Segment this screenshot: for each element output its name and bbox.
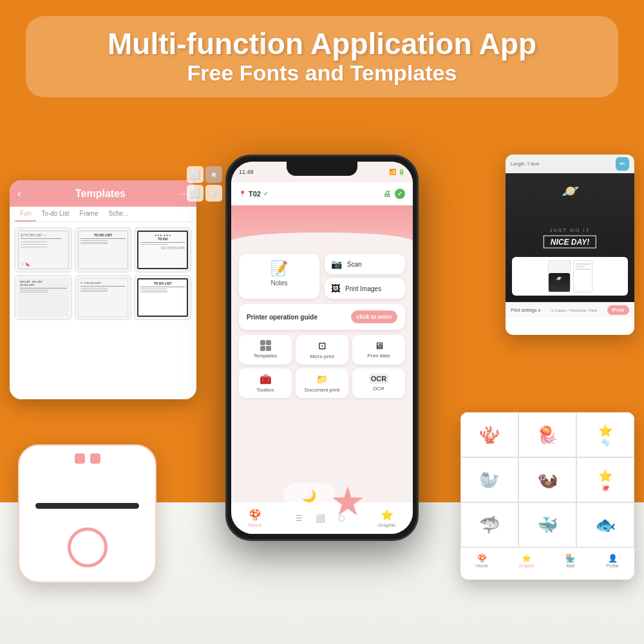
template-item-4[interactable]: DO LIST · DO LIST TO DO LIST [15,275,72,320]
overlay-box-1: ⬜ [187,166,204,183]
marine-grid: 🪸 🪼 ⭐ 🫧 🦭 🦦 ⭐ 🐙 🦈 🐳 🐟 [460,412,634,547]
moon-icon: 🌙 [302,489,316,503]
toolbox-btn[interactable]: 🧰 Toolbox [239,368,292,398]
micro-print-label: Micro print [310,354,334,359]
click-enter-btn[interactable]: click to enter [351,310,397,323]
phone-notch [287,162,357,176]
phone-screen: 11:48 📶 🔋 📍 T02 ✓ 🖨 ✓ 📝 [231,162,413,534]
phone-nav-system: ☰ ⬜ ⬡ [296,514,345,523]
phone-print-icon[interactable]: 🖨 [383,189,391,198]
marine-nav-mall[interactable]: 🏪 Mall [565,554,575,568]
notes-card[interactable]: 📝 Notes [239,254,319,299]
phone-bottom-grid: Templates ⊡ Micro print 🖥 Print Web 🧰 To… [239,335,405,398]
tab-fun[interactable]: Fun [15,207,36,222]
cloud-banner [231,205,413,251]
phone-header-icons: 🖨 ✓ [383,189,405,199]
tab-frame[interactable]: Frame [75,207,104,222]
templates-btn-label: Templates [254,353,277,359]
print-settings-area: Print settings ∧ [511,308,541,313]
notebook-panel: Length: 7.4cm ✏ 🪐 JUST DO IT NICE DAY! 🪐 [506,155,634,335]
printer-paper-slot [35,503,138,509]
templates-icon [260,340,271,351]
printer-top-tabs [75,453,100,464]
app-title: Multi-function Application App [45,28,599,61]
marine-profile-icon: 👤 [608,554,618,563]
toolbox-icon: 🧰 [260,374,272,385]
template-item-1[interactable]: ☑ TO DO LIST ··· ♡ 🔖 [15,227,72,272]
micro-print-btn[interactable]: ⊡ Micro print [296,335,348,365]
planet-icon: 🪐 [562,183,579,200]
template-item-5[interactable]: ✏ 2 TO DO LIST [75,275,132,320]
just-do-it-text: JUST DO IT [544,227,596,233]
nav-graphic[interactable]: ⭐ Graphic [378,509,396,528]
marine-graphic-label: Graphic [519,564,535,568]
marine-cell-9[interactable]: 🐟 [576,502,634,547]
scan-icon: 📷 [331,259,342,269]
nice-day-text: NICE DAY! [544,236,596,249]
print-config-text: 1 Copies, Thickness: Thick [551,308,597,312]
print-images-icon: 🖼 [331,283,340,294]
template-item-2[interactable]: TO DO LIST [75,227,132,272]
home-icon: 🍄 [249,509,261,521]
tab-schedule[interactable]: Sche... [104,207,134,222]
printer-guide-card[interactable]: Printer operation guide click to enter [239,304,405,330]
ocr-btn[interactable]: OCR OCR [352,368,405,398]
templates-tabs: Fun To-do List Frame Sche... [10,207,196,222]
ocr-label: OCR [373,386,384,392]
marine-mall-icon: 🏪 [565,554,575,563]
cloud-wave [231,232,413,251]
nav-home-label: Home [248,522,261,528]
marine-cell-1[interactable]: 🪸 [460,412,518,457]
printer-circle-btn[interactable] [68,527,108,567]
print-images-label: Print Images [345,285,381,292]
phone-signal: 📶 🔋 [389,169,405,175]
marine-nav-profile-label: Profile [606,564,619,568]
notebook-edit-btn[interactable]: ✏ [616,157,629,171]
phone-project-name: 📍 T02 ✓ [239,190,269,198]
toolbox-label: Toolbox [256,387,274,393]
printer-tab-left [75,453,85,464]
marine-cell-7[interactable]: 🦈 [460,502,518,547]
document-print-label: Document print [305,387,339,393]
marine-cell-3[interactable]: ⭐ 🫧 [576,412,634,457]
template-item-3[interactable]: ✦✦✦ ✦✦✦ TO DO NO.9783331456 [134,227,191,272]
nav-home-sys-icon[interactable]: ⬜ [316,514,325,523]
template-item-6[interactable]: TO DO LIST [134,275,191,320]
templates-header: ‹ Templates ⋯ [10,180,196,207]
notes-label: Notes [270,279,287,287]
tab-todo[interactable]: To-do List [36,207,74,222]
marine-cell-6[interactable]: ⭐ 🐙 [576,457,634,502]
notebook-black-bg: 🪐 JUST DO IT NICE DAY! 🪐 [506,173,634,302]
marine-cell-8[interactable]: 🐳 [518,502,576,547]
guide-text: Printer operation guide [247,314,317,321]
printer-device [18,444,156,583]
templates-btn[interactable]: Templates [239,335,292,365]
templates-panel: ‹ Templates ⋯ Fun To-do List Frame Sche.… [10,180,196,399]
phone-time: 11:48 [239,169,254,175]
print-images-card[interactable]: 🖼 Print Images [325,278,405,299]
print-btn[interactable]: Print [607,305,629,315]
marine-mall-label: Mall [566,564,574,568]
print-settings-text: Print settings ∧ [511,308,541,313]
nav-menu-icon[interactable]: ☰ [296,514,303,523]
nice-day-area: JUST DO IT NICE DAY! [544,227,596,249]
document-print-icon: 📁 [316,374,328,385]
nav-home[interactable]: 🍄 Home [248,509,261,528]
marine-cell-2[interactable]: 🪼 [518,412,576,457]
phone-app-header: 📍 T02 ✓ 🖨 ✓ [231,182,413,205]
overlay-box-2: ◽ [205,166,222,183]
ocr-icon: OCR [369,374,388,384]
marine-home-icon: 🍄 [477,554,487,563]
scan-card[interactable]: 📷 Scan [325,254,405,274]
phone-main-content: 📝 Notes 📷 Scan 🖼 Print Images Printer [231,249,413,502]
marine-cell-4[interactable]: 🦭 [460,457,518,502]
print-web-btn[interactable]: 🖥 Print Web [352,335,405,365]
phone-top-grid: 📝 Notes 📷 Scan 🖼 Print Images [239,254,405,299]
document-print-btn[interactable]: 📁 Document print [296,368,348,398]
marine-nav: 🍄 Home ⭐ Graphic 🏪 Mall 👤 Profile [460,547,634,573]
marine-nav-graphic[interactable]: ⭐ Graphic [519,554,535,568]
marine-cell-5[interactable]: 🦦 [518,457,576,502]
phone-check-icon[interactable]: ✓ [395,189,405,199]
marine-nav-profile[interactable]: 👤 Profile [606,554,619,568]
marine-nav-home[interactable]: 🍄 Home [476,554,488,568]
